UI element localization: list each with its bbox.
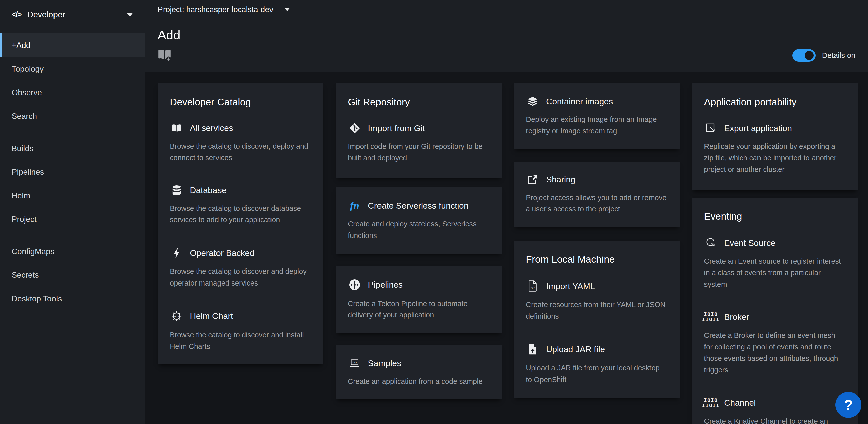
sidebar-item-search[interactable]: Search [0,104,145,128]
broker-icon: IOIOIIOII [704,312,718,322]
app-root: </> Developer +AddTopologyObserveSearchB… [0,0,868,424]
add-item-import-yaml[interactable]: </>Import YAMLCreate resources from thei… [526,281,668,322]
catalog-card: Application portabilityExport applicatio… [692,83,858,190]
add-item-event-source[interactable]: Event SourceCreate an Event source to re… [704,237,846,290]
yaml-file-icon: </> [526,281,539,291]
add-item-database[interactable]: DatabaseBrowse the catalog to discover d… [170,185,311,226]
catalog-card: Developer CatalogAll servicesBrowse the … [158,83,323,364]
add-item-pipelines[interactable]: PipelinesCreate a Tekton Pipeline to aut… [348,279,490,321]
database-icon [170,185,183,195]
add-item-samples[interactable]: </>SamplesCreate an application from a c… [348,359,490,387]
details-toggle[interactable] [793,49,815,62]
sidebar-item-builds[interactable]: Builds [0,137,145,160]
add-item-upload-jar-file[interactable]: Upload JAR fileUpload a JAR file from yo… [526,344,668,386]
svg-text:</>: </> [352,361,357,364]
card-column: Container imagesDeploy an existing Image… [514,83,680,398]
topbar: Project: harshcasper-localsta-dev [145,0,868,19]
item-description: Create a Knative Channel to create an ev… [704,416,846,424]
catalog-book-plus-icon [158,49,171,61]
card-column: Developer CatalogAll servicesBrowse the … [158,83,323,364]
main-area: Project: harshcasper-localsta-dev Add [145,0,868,424]
item-title: Event Source [724,238,775,248]
card-title: Git Repository [348,96,490,108]
item-title: All services [190,123,233,133]
card-title: Application portability [704,96,846,108]
sidebar-item-pipelines[interactable]: Pipelines [0,160,145,184]
item-description: Import code from your Git repository to … [348,141,490,164]
add-item-channel[interactable]: IOIOIIOIIChannelCreate a Knative Channel… [704,398,846,424]
sidebar: </> Developer +AddTopologyObserveSearchB… [0,0,145,424]
samples-laptop-icon: </> [348,359,362,368]
catalog-card: Container imagesDeploy an existing Image… [514,83,680,149]
git-icon [348,123,362,133]
code-icon: </> [11,10,21,19]
item-description: Create an application from a code sample [348,376,490,387]
perspective-switcher[interactable]: </> Developer [0,0,145,29]
item-title: Upload JAR file [546,344,605,354]
item-description: Browse the catalog to discover, deploy a… [170,141,311,164]
add-item-export-application[interactable]: Export applicationReplicate your applica… [704,123,846,175]
add-item-create-serverless-function[interactable]: fnCreate Serverless functionCreate and d… [348,200,490,242]
item-description: Create resources from their YAML or JSON… [526,299,668,322]
add-item-sharing[interactable]: SharingProject access allows you to add … [526,175,668,215]
item-title: Import YAML [546,281,595,291]
details-toggle-group: Details on [793,49,856,62]
project-selector-label: Project: harshcasper-localsta-dev [158,5,273,14]
sidebar-item-add[interactable]: +Add [0,33,145,57]
book-icon [170,124,183,133]
catalog-card: Git RepositoryImport from GitImport code… [336,83,502,178]
add-cards-grid: Developer CatalogAll servicesBrowse the … [145,72,868,424]
project-selector[interactable]: Project: harshcasper-localsta-dev [158,5,290,14]
sidebar-item-topology[interactable]: Topology [0,57,145,81]
sidebar-item-helm[interactable]: Helm [0,184,145,207]
layers-icon [526,97,539,106]
svg-text:HELM: HELM [173,315,180,318]
details-toggle-label: Details on [822,51,856,60]
item-description: Create a Broker to define an event mesh … [704,330,846,376]
sidebar-item-secrets[interactable]: Secrets [0,263,145,287]
card-title: From Local Machine [526,254,668,265]
item-description: Browse the catalog to discover and deplo… [170,266,311,289]
svg-text:</>: </> [531,286,535,289]
item-description: Upload a JAR file from your local deskto… [526,362,668,386]
chevron-down-icon [127,12,133,17]
item-description: Create and deploy stateless, Serverless … [348,219,490,242]
item-title: Container images [546,96,613,106]
catalog-card: SharingProject access allows you to add … [514,162,680,227]
item-description: Create an Event source to register inter… [704,256,846,290]
item-title: Operator Backed [190,248,254,258]
item-description: Replicate your application by exporting … [704,141,846,175]
sidebar-item-configmaps[interactable]: ConfigMaps [0,239,145,263]
item-title: Create Serverless function [368,201,469,210]
add-item-helm-chart[interactable]: HELMHelm ChartBrowse the catalog to disc… [170,311,311,352]
catalog-card: From Local Machine</>Import YAMLCreate r… [514,241,680,397]
page-title: Add [158,28,856,43]
item-title: Helm Chart [190,311,233,321]
add-item-all-services[interactable]: All servicesBrowse the catalog to discov… [170,123,311,164]
channel-icon: IOIOIIOII [704,398,718,408]
help-button[interactable]: ? [835,392,862,418]
add-item-operator-backed[interactable]: Operator BackedBrowse the catalog to dis… [170,247,311,289]
item-description: Project access allows you to add or remo… [526,192,668,215]
item-title: Export application [724,123,792,133]
item-title: Sharing [546,175,576,185]
add-item-container-images[interactable]: Container imagesDeploy an existing Image… [526,96,668,137]
add-item-import-from-git[interactable]: Import from GitImport code from your Git… [348,123,490,164]
card-column: Application portabilityExport applicatio… [692,83,858,424]
item-description: Create a Tekton Pipeline to automate del… [348,298,490,321]
item-title: Database [190,185,226,195]
share-icon [526,175,539,184]
item-title: Pipelines [368,280,403,289]
sidebar-item-desktop-tools[interactable]: Desktop Tools [0,287,145,310]
perspective-label: Developer [27,10,65,19]
page-header: Add Details on [145,19,868,72]
catalog-card: fnCreate Serverless functionCreate and d… [336,187,502,254]
sidebar-item-project[interactable]: Project [0,207,145,231]
add-item-broker[interactable]: IOIOIIOIIBrokerCreate a Broker to define… [704,312,846,376]
upload-file-icon [526,344,539,355]
sidebar-item-observe[interactable]: Observe [0,81,145,104]
chevron-down-icon [284,8,290,11]
helm-icon: HELM [170,311,183,322]
fn-icon: fn [348,200,362,211]
item-description: Browse the catalog to discover and insta… [170,329,311,352]
